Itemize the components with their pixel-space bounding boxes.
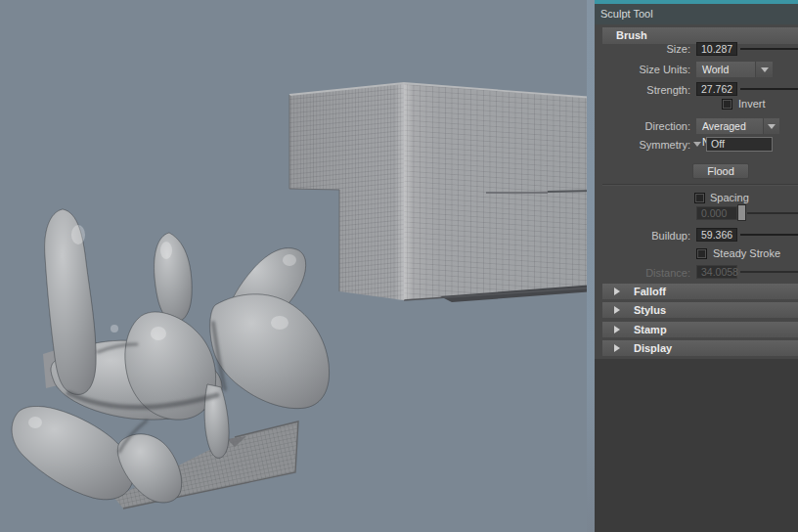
panel-title: Sculpt Tool: [595, 4, 798, 24]
distance-slider: [740, 271, 798, 273]
size-label: Size:: [595, 42, 690, 56]
steady-stroke-label: Steady Stroke: [713, 247, 780, 260]
section-header-stamp[interactable]: Stamp: [602, 322, 798, 337]
spacing-slider: [747, 212, 798, 214]
spacing-checkbox[interactable]: [694, 193, 705, 203]
symmetry-field[interactable]: Off: [706, 137, 773, 152]
size-units-label: Size Units:: [595, 63, 690, 76]
section-label: Brush: [602, 27, 798, 43]
spacing-field: 0.000: [696, 206, 737, 220]
sculpted-mesh[interactable]: [12, 209, 329, 509]
section-label: Stylus: [602, 302, 798, 318]
chevron-right-icon: [614, 288, 620, 295]
direction-dropdown-button[interactable]: [763, 118, 779, 134]
strength-label: Strength:: [595, 83, 690, 97]
separator: [602, 184, 798, 186]
symmetry-menu-arrow-icon[interactable]: [693, 142, 701, 147]
size-units-dropdown[interactable]: World: [696, 62, 755, 77]
buildup-slider[interactable]: [740, 234, 798, 236]
steady-stroke-checkbox[interactable]: [696, 248, 707, 259]
distance-field: 34.0058: [696, 265, 737, 279]
buildup-field[interactable]: 59.366: [696, 228, 737, 242]
spacing-slider-handle: [737, 204, 746, 221]
section-label: Stamp: [602, 322, 798, 337]
size-field[interactable]: 10.287: [696, 42, 737, 56]
flood-button[interactable]: Flood: [692, 163, 749, 179]
section-label: Falloff: [602, 284, 798, 299]
section-label: Display: [602, 340, 798, 356]
app-window: .blob{fill:url(#blobGrad);stroke:#3f4246…: [0, 0, 798, 532]
strength-slider[interactable]: [740, 88, 798, 90]
size-slider[interactable]: [740, 48, 798, 50]
symmetry-label: Symmetry:: [595, 138, 690, 152]
panel-empty-area: [595, 359, 798, 532]
sculpt-tool-panel: Sculpt Tool Brush Size: 10.287 Size Unit…: [595, 0, 798, 532]
chevron-down-icon: [761, 67, 769, 72]
buildup-label: Buildup:: [595, 229, 690, 243]
strength-field[interactable]: 27.762: [696, 82, 737, 96]
chevron-down-icon: [768, 124, 776, 129]
panel-splitter[interactable]: [587, 0, 595, 532]
section-header-stylus[interactable]: Stylus: [602, 302, 798, 318]
distance-label: Distance:: [595, 266, 690, 280]
chevron-right-icon: [614, 326, 620, 333]
size-units-dropdown-button[interactable]: [755, 62, 773, 77]
invert-label: Invert: [738, 98, 766, 111]
section-header-display[interactable]: Display: [602, 340, 798, 356]
invert-checkbox[interactable]: [722, 99, 732, 110]
spacing-label: Spacing: [710, 192, 749, 204]
direction-dropdown[interactable]: Averaged Normal: [696, 118, 763, 134]
viewport-canvas: .blob{fill:url(#blobGrad);stroke:#3f4246…: [0, 0, 595, 532]
chevron-right-icon: [614, 344, 620, 352]
chevron-right-icon: [614, 306, 620, 314]
direction-label: Direction:: [595, 119, 690, 133]
section-header-falloff[interactable]: Falloff: [602, 284, 798, 299]
viewport-3d[interactable]: .blob{fill:url(#blobGrad);stroke:#3f4246…: [0, 0, 595, 532]
